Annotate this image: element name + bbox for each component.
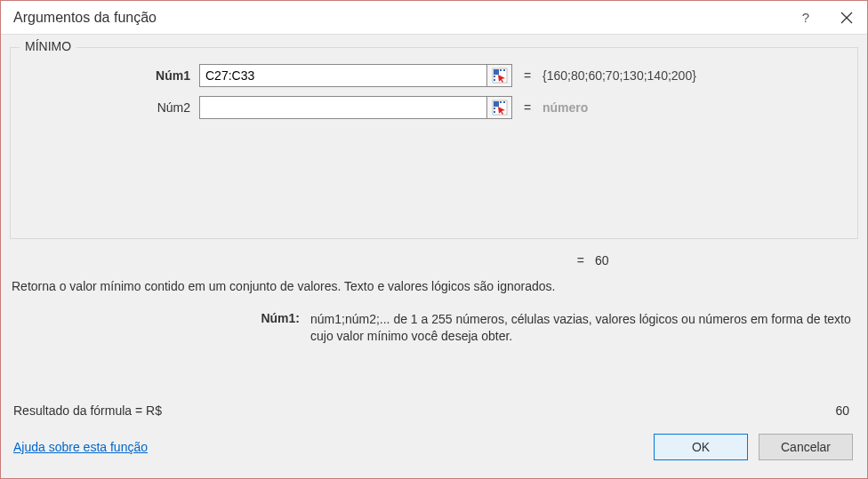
parameter-text: núm1;núm2;... de 1 a 255 números, célula… bbox=[310, 311, 856, 346]
equals-sign: = bbox=[512, 68, 542, 83]
svg-rect-6 bbox=[494, 76, 495, 77]
close-button[interactable] bbox=[826, 1, 867, 35]
titlebar: Argumentos da função ? bbox=[1, 1, 867, 35]
formula-result-value: 60 bbox=[162, 403, 855, 418]
range-select-icon bbox=[492, 100, 508, 116]
svg-rect-11 bbox=[503, 101, 505, 103]
ok-button[interactable]: OK bbox=[654, 434, 748, 460]
cancel-button[interactable]: Cancelar bbox=[759, 434, 853, 460]
svg-rect-7 bbox=[494, 79, 495, 81]
function-description: Retorna o valor mínimo contido em um con… bbox=[10, 276, 858, 307]
spacer bbox=[10, 355, 858, 398]
dialog-title: Argumentos da função bbox=[13, 10, 785, 26]
help-link[interactable]: Ajuda sobre esta função bbox=[13, 440, 148, 454]
svg-rect-3 bbox=[494, 69, 499, 75]
argument-preview: {160;80;60;70;130;140;200} bbox=[542, 68, 696, 83]
argument-label: Núm2 bbox=[21, 100, 199, 115]
parameter-description-row: Núm1: núm1;núm2;... de 1 a 255 números, … bbox=[10, 307, 858, 355]
equals-sign: = bbox=[10, 253, 595, 267]
argument-row: Núm1 = {160;80;60;70;130;140;200 bbox=[21, 64, 847, 87]
svg-rect-13 bbox=[494, 111, 495, 113]
dialog-footer: Ajuda sobre esta função OK Cancelar bbox=[10, 430, 858, 469]
arguments-fieldset: MÍNIMO Núm1 = {1 bbox=[10, 47, 858, 239]
argument-input-num1[interactable] bbox=[199, 64, 487, 87]
argument-input-wrap bbox=[199, 96, 512, 119]
argument-input-wrap bbox=[199, 64, 512, 87]
svg-rect-10 bbox=[500, 101, 502, 103]
dialog-content: MÍNIMO Núm1 = {1 bbox=[1, 35, 867, 478]
parameter-name: Núm1: bbox=[12, 311, 310, 346]
range-select-icon bbox=[492, 68, 508, 84]
svg-rect-5 bbox=[503, 69, 505, 71]
collapse-dialog-button[interactable] bbox=[487, 64, 512, 87]
formula-result-label: Resultado da fórmula = R$ bbox=[13, 403, 162, 418]
close-icon bbox=[840, 12, 853, 24]
svg-rect-4 bbox=[500, 69, 502, 71]
help-button[interactable]: ? bbox=[785, 1, 826, 35]
argument-preview-placeholder: número bbox=[542, 100, 588, 115]
svg-rect-12 bbox=[494, 108, 495, 109]
formula-result-row: Resultado da fórmula = R$ 60 bbox=[10, 398, 858, 430]
equals-sign: = bbox=[512, 100, 542, 115]
collapse-dialog-button[interactable] bbox=[487, 96, 512, 119]
svg-rect-9 bbox=[494, 101, 499, 107]
inline-result-row: = 60 bbox=[10, 251, 858, 276]
argument-row: Núm2 = número bbox=[21, 96, 847, 119]
function-name: MÍNIMO bbox=[20, 39, 76, 53]
help-icon: ? bbox=[802, 10, 809, 25]
function-arguments-dialog: Argumentos da função ? MÍNIMO Núm1 bbox=[0, 0, 868, 479]
argument-label: Núm1 bbox=[21, 68, 199, 83]
inline-result-value: 60 bbox=[595, 253, 609, 267]
argument-input-num2[interactable] bbox=[199, 96, 487, 119]
